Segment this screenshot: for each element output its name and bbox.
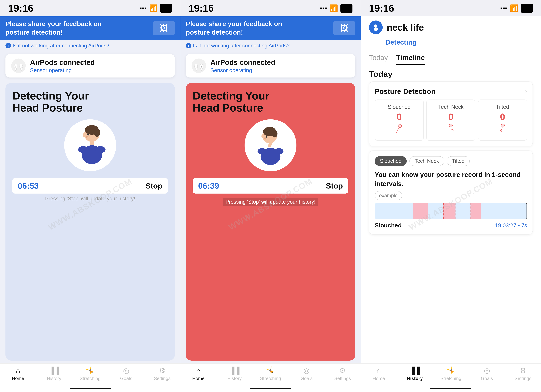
neck-home-icon: ⌂ bbox=[377, 366, 381, 375]
tab-timeline[interactable]: Timeline bbox=[396, 53, 425, 65]
chart-seg-4 bbox=[443, 203, 455, 219]
detection-card-2: Detecting Your Head Posture bbox=[186, 83, 355, 361]
stop-button-2[interactable]: Stop bbox=[326, 181, 343, 190]
nav-goals-1[interactable]: ◎ Goals bbox=[108, 366, 144, 381]
airpods-icon-1 bbox=[11, 58, 26, 73]
nav-stretching-2[interactable]: 🤸 Stretching bbox=[252, 366, 289, 381]
neck-header: neck life bbox=[361, 16, 541, 37]
settings-icon-2: ⚙ bbox=[339, 366, 346, 375]
nav-history-2[interactable]: ▐▐ History bbox=[216, 366, 252, 381]
svg-point-5 bbox=[15, 66, 16, 67]
record-label: Slouched bbox=[375, 222, 402, 229]
feedback-banner-1[interactable]: Please share your feedback on posture de… bbox=[0, 16, 180, 40]
update-hint-1: Pressing 'Stop' will update your history… bbox=[12, 196, 168, 202]
phone-screen-2: WWW.ABSKOOP.COM Please share your feedba… bbox=[180, 16, 361, 392]
home-indicator-1 bbox=[0, 385, 180, 392]
goals-icon-2: ◎ bbox=[303, 366, 310, 375]
svg-point-16 bbox=[95, 146, 105, 153]
slouched-icon bbox=[378, 123, 421, 136]
status-icons-screen1: ▪▪▪ 📶 48 bbox=[140, 4, 172, 13]
update-hint-2: Pressing 'Stop' will update your history… bbox=[223, 198, 318, 206]
nav-settings-2[interactable]: ⚙ Settings bbox=[325, 366, 361, 381]
slouch-record: Slouched 19:03:27 • 7s bbox=[375, 222, 527, 229]
battery-screen1: 48 bbox=[160, 4, 172, 13]
neck-goals-label: Goals bbox=[481, 376, 493, 381]
neck-stretching-label: Stretching bbox=[440, 376, 461, 381]
settings-icon-1: ⚙ bbox=[159, 366, 166, 375]
posture-items: Slouched 0 Tech Neck 0 bbox=[375, 99, 527, 141]
info-bar-2: i Is it not working after connecting Air… bbox=[180, 40, 360, 51]
example-pill: example bbox=[375, 191, 402, 200]
neck-nav-stretching[interactable]: 🤸 Stretching bbox=[433, 366, 469, 381]
neck-nav-settings[interactable]: ⚙ Settings bbox=[505, 366, 541, 381]
timer-1: 06:53 bbox=[18, 181, 39, 191]
status-bar-screen2: 19:16 ▪▪▪ 📶 47 bbox=[180, 0, 361, 16]
neck-goals-icon: ◎ bbox=[484, 366, 490, 375]
neck-history-icon: ▐▐ bbox=[410, 366, 420, 375]
airpods-name-1: AirPods connected bbox=[30, 58, 95, 66]
svg-point-32 bbox=[258, 148, 267, 154]
feedback-text-2: Please share your feedback on posture de… bbox=[186, 20, 304, 37]
nav-goals-2[interactable]: ◎ Goals bbox=[289, 366, 325, 381]
svg-point-4 bbox=[20, 68, 22, 71]
nav-home-label-2: Home bbox=[192, 376, 205, 381]
nav-settings-1[interactable]: ⚙ Settings bbox=[144, 366, 180, 381]
nav-stretching-label-1: Stretching bbox=[80, 376, 101, 381]
nav-settings-label-1: Settings bbox=[154, 376, 171, 381]
svg-point-6 bbox=[21, 66, 22, 67]
history-icon-1: ▐▐ bbox=[49, 366, 59, 375]
posture-chevron[interactable]: › bbox=[525, 87, 527, 95]
filter-pills: Slouched Tech Neck Tilted bbox=[375, 156, 527, 166]
detection-card-1: Detecting Your Head Posture bbox=[5, 83, 175, 361]
nav-stretching-1[interactable]: 🤸 Stretching bbox=[72, 366, 108, 381]
time-screen2: 19:16 bbox=[188, 3, 214, 14]
timer-bar-2: 06:39 Stop bbox=[193, 178, 348, 193]
time-screen1: 19:16 bbox=[8, 3, 33, 14]
detection-title-2: Detecting Your Head Posture bbox=[193, 90, 348, 114]
svg-point-29 bbox=[264, 137, 266, 140]
slouched-label: Slouched bbox=[378, 104, 421, 110]
feedback-text-1: Please share your feedback on posture de… bbox=[5, 20, 124, 37]
feedback-image-2: 🖼 bbox=[333, 21, 355, 35]
phone-screen-1: WWW.ABSKOOP.COM Please share your feedba… bbox=[0, 16, 180, 392]
feedback-banner-2[interactable]: Please share your feedback on posture de… bbox=[180, 16, 360, 40]
neck-history-label: History bbox=[407, 376, 423, 381]
tab-row: Today Timeline bbox=[361, 51, 541, 65]
stop-button-1[interactable]: Stop bbox=[146, 181, 162, 190]
info-text-1: Is it not working after connecting AirPo… bbox=[13, 43, 109, 49]
info-text-2: Is it not working after connecting AirPo… bbox=[193, 43, 290, 49]
nav-history-1[interactable]: ▐▐ History bbox=[36, 366, 72, 381]
pill-techneck[interactable]: Tech Neck bbox=[409, 156, 444, 166]
pill-tilted[interactable]: Tilted bbox=[447, 156, 470, 166]
timer-2: 06:39 bbox=[198, 181, 219, 191]
tab-today[interactable]: Today bbox=[369, 53, 388, 65]
stretching-icon-1: 🤸 bbox=[86, 366, 94, 375]
svg-rect-30 bbox=[268, 142, 272, 147]
pill-slouched[interactable]: Slouched bbox=[375, 156, 407, 166]
history-icon-2: ▐▐ bbox=[229, 366, 239, 375]
svg-point-17 bbox=[192, 58, 206, 73]
airpods-info-2: AirPods connected Sensor operating bbox=[210, 58, 275, 73]
status-icons-screen3: ▪▪▪ 📶 47 bbox=[500, 4, 533, 13]
nav-home-2[interactable]: ⌂ Home bbox=[180, 366, 216, 381]
chart-seg-6 bbox=[470, 203, 481, 219]
svg-point-23 bbox=[201, 66, 202, 67]
bottom-nav-1: ⌂ Home ▐▐ History 🤸 Stretching ◎ Goals ⚙… bbox=[0, 363, 180, 385]
neck-nav-history[interactable]: ▐▐ History bbox=[397, 366, 433, 381]
airpods-icon-2 bbox=[191, 58, 206, 73]
posture-detection-card: Posture Detection › Slouched 0 bbox=[369, 81, 533, 146]
neck-nav-home[interactable]: ⌂ Home bbox=[361, 366, 397, 381]
svg-point-12 bbox=[86, 136, 88, 138]
svg-point-2 bbox=[15, 68, 16, 71]
neck-stretching-icon: 🤸 bbox=[447, 366, 455, 375]
chart-seg-2 bbox=[413, 203, 428, 219]
nav-history-label-1: History bbox=[47, 376, 61, 381]
chart-seg-3 bbox=[428, 203, 443, 219]
app-name: neck life bbox=[387, 22, 424, 33]
airpods-card-1: AirPods connected Sensor operating bbox=[5, 54, 175, 78]
nav-home-1[interactable]: ⌂ Home bbox=[0, 366, 36, 381]
neck-nav-goals[interactable]: ◎ Goals bbox=[469, 366, 505, 381]
svg-point-26 bbox=[272, 130, 277, 137]
nav-home-label-1: Home bbox=[12, 376, 24, 381]
posture-item-techneck: Tech Neck 0 bbox=[426, 99, 475, 141]
